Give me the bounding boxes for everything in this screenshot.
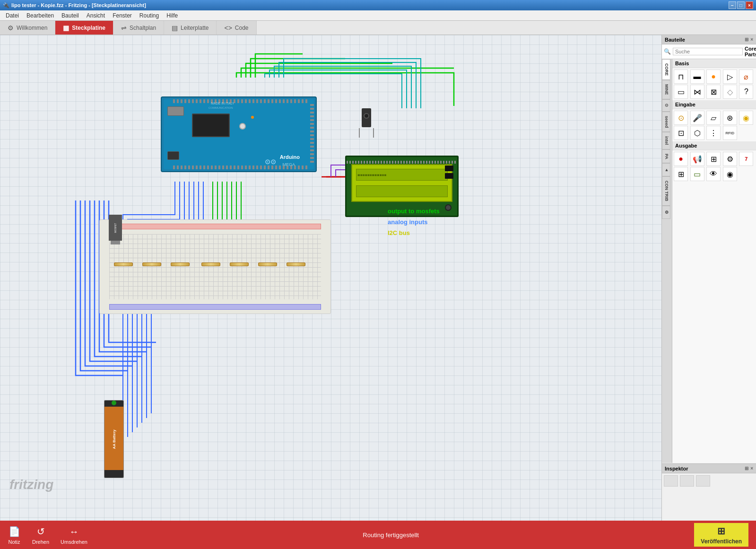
bauteile-title: Bauteile [665,37,685,43]
part-speaker[interactable]: 📢 [690,152,704,166]
menu-routing[interactable]: Routing [136,11,163,20]
tab-schaltplan[interactable]: ⇌ Schaltplan [113,21,164,35]
annotation-analog: analog inputs [388,218,428,226]
main-content: Arduino MEGA ⊙⊙ MADE IN ITALY COMMUNICAT… [0,35,756,521]
part-mic[interactable]: 🎤 [690,111,704,125]
part-relay[interactable]: ⊠ [706,85,721,99]
part-capacitor[interactable]: ⊓ [674,70,688,84]
part-button[interactable]: ⊙ [674,111,688,125]
insp-box-1 [664,475,678,487]
side-tab-seeed[interactable]: seeed [662,112,670,132]
side-tab-pa[interactable]: PA [662,149,670,164]
part-lcd[interactable]: ▭ [690,167,704,181]
resistor-3 [171,262,190,266]
basis-parts-grid: ⊓ ▬ ● ▷ ⌀ ▭ ⋈ ⊠ ◇ ? [672,68,756,100]
inspektor-content [662,473,756,488]
tab-steckplatine[interactable]: ▦ Steckplatine [55,21,113,35]
arduino-mega: Arduino MEGA ⊙⊙ MADE IN ITALY COMMUNICAT… [161,96,317,172]
side-tab-cog[interactable]: ⚙ [662,206,670,219]
insp-box-2 [680,475,694,487]
canvas-area[interactable]: Arduino MEGA ⊙⊙ MADE IN ITALY COMMUNICAT… [0,35,661,521]
side-tab-gear[interactable]: ⊙ [662,99,670,112]
menu-bearbeiten[interactable]: Bearbeiten [23,11,58,20]
tab-schaltplan-label: Schaltplan [130,25,156,31]
part-led[interactable]: ● [706,70,721,84]
side-tab-intel[interactable]: intel [662,132,670,149]
part-switch[interactable]: ⊡ [674,126,688,140]
close-button[interactable]: × [746,1,753,9]
part-diode[interactable]: ▷ [723,70,737,84]
part-buzzer[interactable]: ● [674,152,688,166]
tab-leiterplatte-label: Leiterplatte [181,25,209,31]
part-pot[interactable]: ◉ [739,111,753,125]
publish-label: Veröffentlichen [701,538,742,545]
part-matrix[interactable]: ⊞ [674,167,688,181]
part-resistor[interactable]: ▬ [690,70,704,84]
part-encoder[interactable]: ⊛ [723,111,737,125]
part-sensor1[interactable]: ▱ [706,111,721,125]
minimize-button[interactable]: − [729,1,736,9]
push-button [357,108,376,137]
menu-datei[interactable]: Datei [2,11,23,20]
mosfet-8: MOSFET [109,215,122,241]
part-display1[interactable]: ⊞ [706,152,721,166]
menu-bauteil[interactable]: Bauteil [58,11,83,20]
search-bar: 🔍 Core Parts [662,44,756,59]
inspektor-close-icon[interactable]: × [750,466,753,471]
menu-fenster[interactable]: Fenster [109,11,136,20]
umdrehen-icon: ↔ [68,525,81,538]
part-coil[interactable]: ⌀ [739,70,753,84]
publish-button[interactable]: ⊞ Veröffentlichen [694,523,748,547]
battery-8: AA Battery [104,400,124,478]
maximize-button[interactable]: □ [737,1,745,9]
resistor-6 [258,262,277,266]
inspektor-icons: ⊞ × [745,466,753,471]
side-tab-mine[interactable]: MINE [662,80,670,99]
status-bar: 📄 Notiz ↺ Drehen ↔ Umsdrehen Routing fer… [0,521,756,549]
resistor-1 [114,262,133,266]
side-tabs: CORE MINE ⊙ seeed intel PA ▲ CON TRIB ⚙ [662,59,672,463]
menu-hilfe[interactable]: Hilfe [163,11,182,20]
leiterplatte-icon: ▤ [172,24,178,32]
eingabe-section-title: Eingabe [672,100,756,109]
resistor-5 [230,262,249,266]
panel-close-icon[interactable]: × [750,37,753,42]
part-eye[interactable]: 👁 [706,167,721,181]
title-text: lipo tester - Kopie.fzz - Fritzing - [St… [11,2,146,8]
menu-ansicht[interactable]: Ansicht [83,11,109,20]
part-7seg[interactable]: 7 [739,152,753,166]
resistor-7 [287,262,305,266]
tab-leiterplatte[interactable]: ▤ Leiterplatte [164,21,217,35]
panel-settings-icon[interactable]: ⊞ [745,37,748,42]
search-input[interactable] [673,48,743,55]
drehen-icon: ↺ [34,525,47,538]
panel-header-icons: ⊞ × [745,37,753,42]
part-motor[interactable]: ⚙ [723,152,737,166]
tool-umdrehen[interactable]: ↔ Umsdrehen [61,525,87,545]
side-tab-arrow[interactable]: ▲ [662,163,670,176]
tab-code[interactable]: <> Code [217,21,256,35]
schaltplan-icon: ⇌ [121,24,127,32]
basis-section-title: Basis [672,59,756,68]
part-connector[interactable]: ⋮ [706,126,721,140]
side-tab-contrib[interactable]: CON TRIB [662,176,670,206]
part-transistor[interactable]: ⋈ [690,85,704,99]
part-ic[interactable]: ▭ [674,85,688,99]
tool-notiz[interactable]: 📄 Notiz [8,525,21,545]
part-unknown[interactable]: ? [739,85,753,99]
side-tab-core[interactable]: CORE [662,59,670,80]
title-bar-left: 🔌 lipo tester - Kopie.fzz - Fritzing - [… [3,2,146,9]
tab-willkommen[interactable]: ⚙ Willkommen [0,21,55,35]
inspektor-settings-icon[interactable]: ⊞ [745,466,748,471]
title-bar-controls[interactable]: − □ × [729,1,753,9]
ausgabe-section-title: Ausgabe [672,141,756,150]
part-crystal[interactable]: ◇ [723,85,737,99]
app-icon: 🔌 [3,2,9,9]
part-rfid[interactable]: RFID [723,126,737,140]
part-round[interactable]: ◉ [723,167,737,181]
tool-drehen[interactable]: ↺ Drehen [32,525,49,545]
resistor-4 [201,262,220,266]
annotation-i2c: I2C bus [388,229,410,236]
inspektor-panel: Inspektor ⊞ × [662,464,756,521]
part-sensor2[interactable]: ⬡ [690,126,704,140]
